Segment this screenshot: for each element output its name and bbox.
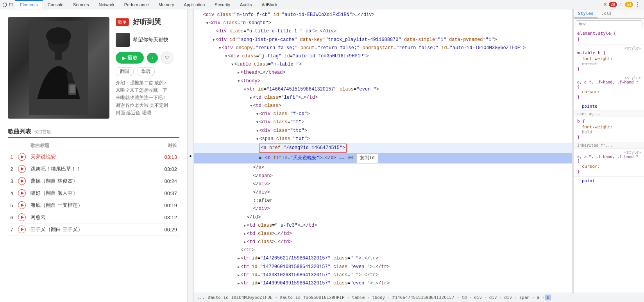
html-line[interactable]: ▶<td class="left">…</td> — [194, 94, 572, 102]
description: 介绍：强推第二首 放的♪ 来啦？来了怎是收藏一下 来啦就收藏关注一下吧！ 谢谢各… — [116, 79, 179, 117]
anchor-line[interactable]: ▶<a href="/song?id=1466474515"> — [194, 143, 572, 153]
user-agent-b-selector: b { — [577, 119, 641, 124]
html-line[interactable]: ▶<td class>…</td> — [194, 238, 572, 246]
song-row-1[interactable]: 1天亮说晚安03:13 — [8, 151, 179, 163]
breadcrumb-tbody[interactable]: tbody — [370, 295, 386, 300]
b-selected-line[interactable]: ▶▶ <b title="天亮说晚安">…</b> == $0复制id — [194, 153, 572, 163]
cover-image-svg — [29, 21, 88, 115]
tab-performance[interactable]: Performance — [120, 0, 154, 9]
album-cover — [8, 17, 109, 119]
play-icon-circle-3[interactable] — [18, 177, 26, 185]
add-button[interactable]: + — [147, 53, 158, 63]
play-icon-circle-6[interactable] — [18, 213, 26, 221]
more-options-icon[interactable]: ⋮ — [635, 1, 641, 8]
song-duration-1: 03:13 — [144, 151, 179, 163]
tab-security[interactable]: Security — [210, 0, 235, 9]
song-list-table: 歌曲标题 时长 1天亮说晚安03:132跳舞吧！猫尾巴草！！03:023曹操（翻… — [8, 141, 179, 236]
play-icon-circle-1[interactable] — [18, 153, 26, 161]
collapse-icon: ▲ — [189, 154, 193, 158]
devtools-collapse-button[interactable]: ▲ — [188, 9, 194, 302]
styles-filter — [574, 19, 644, 29]
html-line[interactable]: ▼<div class="j-flag" id="auto-id-fooG50U… — [194, 52, 572, 60]
html-line[interactable]: ▼<div class="tt"> — [194, 118, 572, 126]
tab-cls[interactable]: .cls — [597, 9, 616, 18]
a-selector: a, a *, .f-hand, .f-hand * { — [577, 80, 641, 89]
tab-sources[interactable]: Sources — [68, 0, 94, 9]
html-line[interactable]: ▶</div> — [194, 188, 572, 197]
play-icon-circle-7[interactable] — [18, 226, 26, 233]
breadcrumb-td[interactable]: td — [460, 295, 468, 300]
song-name-1: 天亮说晚安 — [28, 151, 144, 163]
svg-rect-3 — [55, 52, 62, 60]
play-button[interactable]: ▶ 播放 — [116, 52, 144, 64]
play-icon-circle-4[interactable] — [18, 189, 26, 197]
play-icon-circle-5[interactable] — [18, 201, 26, 209]
song-duration-2: 03:02 — [144, 163, 179, 175]
tab-memory[interactable]: Memory — [154, 0, 179, 9]
html-line[interactable]: ▼<td class> — [194, 102, 572, 110]
html-line[interactable]: ▶<tr id="14499904991598641320157" class=… — [194, 279, 572, 288]
html-line[interactable]: ▼<table class="m-table "> — [194, 60, 572, 69]
song-row-2[interactable]: 2跳舞吧！猫尾巴草！！03:02 — [8, 163, 179, 175]
song-header: 歌单 好听到哭 — [116, 17, 179, 27]
song-row-5[interactable]: 5海底（翻自 一支榴莲）00:19 — [8, 199, 179, 211]
styles-filter-input[interactable] — [576, 20, 642, 27]
html-line[interactable]: ▶</span> — [194, 172, 572, 180]
html-line[interactable]: ▶<td class=" s-fc3">…</td> — [194, 222, 572, 230]
tag-huayu[interactable]: 华语 — [137, 67, 155, 76]
breadcrumb-span[interactable]: span — [518, 295, 531, 300]
inherited-pointer-value: point — [577, 178, 641, 183]
m-table-b-normal: normal — [577, 61, 641, 66]
play-icon-circle-2[interactable] — [18, 165, 26, 173]
heart-button[interactable]: ♡ — [161, 52, 174, 64]
song-row-6[interactable]: 6网愈云03:12 — [8, 211, 179, 224]
user-agent-b-section: b { font-weight: bold } — [574, 117, 644, 142]
breadcrumb-div2[interactable]: div — [488, 295, 499, 300]
song-row-4[interactable]: 4喵好（翻自 颜人中）00:37 — [8, 187, 179, 199]
html-line[interactable]: ▼<div id="song-list-pre-cache" data-key=… — [194, 36, 572, 44]
copy-id-badge[interactable]: 复制id — [356, 153, 378, 163]
html-line[interactable]: ▶</div> — [194, 205, 572, 213]
tab-network[interactable]: Network — [94, 0, 119, 9]
inspect-icon[interactable]: □ — [9, 2, 13, 7]
tag-fanchang[interactable]: 翻唱 — [116, 67, 134, 76]
tab-application[interactable]: Application — [179, 0, 210, 9]
breadcrumb-a[interactable]: a — [535, 295, 541, 300]
html-line[interactable]: ▶</div> — [194, 180, 572, 188]
cursor-icon[interactable]: ⬡ — [2, 2, 7, 8]
html-line[interactable]: ▶</tr> — [194, 246, 572, 254]
breadcrumb-table[interactable]: table — [350, 295, 366, 300]
breadcrumb-auto-id[interactable]: #auto-id-I0iO4M3Gy6oZlFDE — [206, 295, 274, 300]
breadcrumb-div3[interactable]: div — [503, 295, 513, 300]
tab-console[interactable]: Console — [43, 0, 68, 9]
html-line[interactable]: ▼<div class="ttc"> — [194, 127, 572, 135]
html-line[interactable]: ▶</a> — [194, 163, 572, 172]
m-table-b-source: <style> — [577, 46, 641, 50]
song-row-7[interactable]: 7王子乂（翻白 王子乂）00:29 — [8, 224, 179, 236]
html-line[interactable]: ▶</td> — [194, 213, 572, 222]
html-line[interactable]: ▶::after — [194, 197, 572, 205]
tab-audits[interactable]: Audits — [235, 0, 257, 9]
html-line[interactable]: ▼<span class="txt"> — [194, 135, 572, 143]
html-line[interactable]: ▶<div class="m-info f-cb" id="auto-id-EB… — [194, 11, 572, 19]
html-line[interactable]: ▶<thead>…</thead> — [194, 69, 572, 77]
play-triangle-icon: ▶ — [122, 55, 126, 61]
html-line[interactable]: ▼<tr id="14664745151598641320157" class=… — [194, 85, 572, 94]
html-line[interactable]: ▶<div class="u-title u-title-1 f-cb">…</… — [194, 27, 572, 36]
html-line[interactable]: ▼<div oncopy="return false;" oncut="retu… — [194, 44, 572, 52]
html-line[interactable]: ▶<tr id="14726562171598641320157" class=… — [194, 254, 572, 263]
html-line[interactable]: ▶<td class>…</td> — [194, 230, 572, 238]
breadcrumb-div1[interactable]: div — [472, 295, 483, 300]
html-line[interactable]: ▼<tbody> — [194, 77, 572, 85]
breadcrumb-tr-id[interactable]: #14664745151598641320157 — [391, 295, 456, 300]
breadcrumb-b[interactable]: b — [545, 295, 551, 300]
breadcrumb-foo-id[interactable]: #auto-id-fooG50U16Lx9HPIP — [278, 295, 346, 300]
html-line[interactable]: ▶<tr id="14720601081598641320157" class=… — [194, 263, 572, 271]
html-line[interactable]: ▶<tr id="14338102981598641320157" class=… — [194, 271, 572, 279]
tab-styles[interactable]: Styles — [574, 9, 597, 18]
html-line[interactable]: ▼<div class="f-cb"> — [194, 110, 572, 118]
html-line[interactable]: ▼<div class="n-songtb"> — [194, 19, 572, 27]
tab-elements[interactable]: Elements — [15, 0, 43, 9]
tab-adblock[interactable]: AdBlock — [257, 0, 283, 9]
song-row-3[interactable]: 3曹操（翻自 林俊杰）00:24 — [8, 175, 179, 187]
